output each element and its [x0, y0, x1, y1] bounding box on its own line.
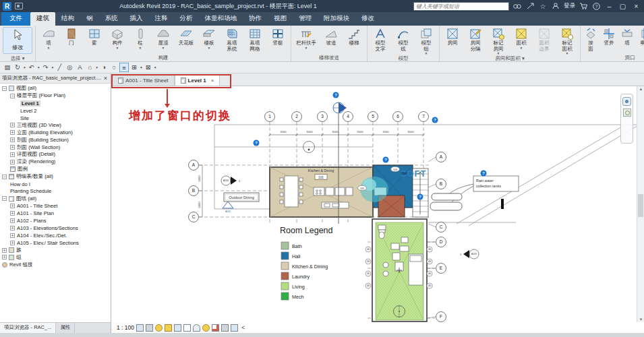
revit-logo-icon[interactable]: R — [3, 2, 11, 11]
tab-file[interactable]: 文件 — [1, 12, 30, 26]
measure-icon[interactable]: ╱ — [55, 63, 64, 72]
select-group-label[interactable]: 选择 ▾ — [1, 55, 34, 62]
view-tab-level-1[interactable]: Level 1× — [175, 75, 221, 86]
view-scale[interactable]: 1 : 100 — [117, 324, 134, 331]
mullion-button[interactable]: 竖梃 — [266, 26, 289, 47]
tab-manage[interactable]: 管理 — [293, 12, 318, 26]
zoom-tool-icon[interactable] — [623, 109, 631, 117]
reveal-hidden-elements-icon[interactable] — [202, 324, 210, 332]
room-area-group-label[interactable]: 房间和面积 ▾ — [441, 55, 579, 62]
tree-item-how-do-i[interactable]: How do I — [0, 181, 111, 188]
tree-item-views[interactable]: 视图 (all) — [0, 85, 111, 92]
sync-icon[interactable]: ↻ — [13, 63, 22, 72]
help-icon[interactable]: ? — [591, 2, 601, 11]
ramp-button[interactable]: 坡道 — [320, 26, 343, 47]
tag-area-button[interactable]: 标记面积▾ — [556, 26, 579, 55]
tree-item-building-elevation[interactable]: 立面 (Building Elevation) — [0, 129, 111, 136]
close-view-tab-icon[interactable]: × — [211, 78, 214, 84]
thin-lines-icon[interactable]: ≡ — [119, 63, 129, 72]
tree-item-a001[interactable]: A001 - Title Sheet — [0, 202, 111, 210]
tree-item-rendering[interactable]: 渲染 (Rendering) — [0, 158, 111, 166]
crop-view-icon[interactable] — [174, 324, 181, 332]
show-crop-region-icon[interactable] — [183, 324, 191, 332]
room-separator-button[interactable]: 房间分隔 — [464, 26, 487, 52]
tree-item-level-1[interactable]: Level 1 — [0, 100, 111, 107]
tree-item-detail[interactable]: 详图视图 (Detail) — [0, 151, 111, 158]
expand-view-bar-icon[interactable]: < — [241, 324, 245, 331]
tree-item-floor-plans[interactable]: 楼层平面 (Floor Plan) — [0, 92, 111, 100]
navigation-bar[interactable] — [620, 94, 633, 144]
tree-item-a101[interactable]: A101 - Site Plan — [0, 210, 111, 217]
temporary-view-properties-icon[interactable] — [212, 324, 219, 332]
tab-steel[interactable]: 钢 — [80, 12, 99, 26]
tree-item-groups[interactable]: 组 — [0, 253, 111, 261]
modify-button[interactable]: 修改 — [3, 27, 32, 54]
tree-item-a104[interactable]: A104 - Elev./Sec./Det. — [0, 232, 111, 239]
tree-item-building-section[interactable]: 剖面 (Building Section) — [0, 136, 111, 144]
tree-item-legends[interactable]: 图例 — [0, 166, 111, 173]
redo-icon[interactable]: ↷ — [41, 63, 51, 72]
tab-properties[interactable]: 属性 — [56, 323, 75, 333]
switch-windows-icon[interactable] — [15, 3, 23, 9]
search-binoculars-icon[interactable] — [513, 2, 522, 11]
component-button[interactable]: 构件▾ — [106, 26, 129, 49]
minimize-button[interactable]: – — [604, 3, 614, 10]
close-panel-icon[interactable]: × — [103, 75, 109, 82]
tree-item-families[interactable]: 族 — [0, 247, 111, 254]
shadows-icon[interactable] — [165, 324, 172, 332]
default-3d-view-icon[interactable]: ⌂ — [85, 63, 94, 72]
room-button[interactable]: 房间 — [441, 26, 464, 47]
scroll-down-icon[interactable]: ▼ — [637, 317, 644, 321]
displaced-elements-icon[interactable] — [231, 324, 238, 332]
render-icon[interactable]: ○ — [109, 63, 119, 72]
model-line-button[interactable]: 模型线 — [392, 26, 415, 52]
detail-level-icon[interactable] — [136, 324, 144, 332]
worksharing-display-icon[interactable] — [221, 324, 229, 332]
tab-massing-site[interactable]: 体量和场地 — [199, 12, 243, 26]
tree-item-a105[interactable]: A105 - Elev./ Stair Sections — [0, 239, 111, 247]
shaft-button[interactable]: 竖井 — [599, 26, 618, 47]
tree-item-a102[interactable]: A102 - Plans — [0, 217, 111, 224]
sign-in-button[interactable]: 登录 — [564, 2, 575, 10]
vertical-scrollbar[interactable]: ▲ ▼ — [637, 86, 644, 322]
tree-item-sheets[interactable]: 图纸 (all) — [0, 195, 111, 202]
drawing-area[interactable]: A001 - Title Sheet Level 1× 增加了窗口的切换 — [111, 73, 644, 333]
customize-qat-icon[interactable]: ▾ — [154, 65, 156, 69]
tab-addins[interactable]: 附加模块 — [318, 12, 355, 26]
opening-by-face-button[interactable]: 按面 — [582, 26, 599, 52]
tab-insert[interactable]: 插入 — [124, 12, 149, 26]
tree-item-planting-schedule[interactable]: Planting Schedule — [0, 187, 111, 195]
project-browser-header[interactable]: 项目浏览器 - RAC_basic_sample_project.... × — [0, 73, 111, 84]
help-search-input[interactable] — [413, 2, 509, 11]
text-icon[interactable]: A — [75, 63, 84, 72]
column-button[interactable]: 柱▾ — [129, 26, 152, 49]
model-group-button[interactable]: 模型组▾ — [415, 26, 438, 55]
favorites-star-icon[interactable]: ☆ — [538, 2, 548, 11]
sun-path-icon[interactable] — [155, 324, 163, 332]
tag-icon[interactable]: ◎ — [65, 63, 74, 72]
close-button[interactable]: × — [631, 3, 641, 10]
close-hidden-windows-icon[interactable]: ⊠ — [144, 63, 153, 72]
switch-windows-qat-icon[interactable]: ⊞ — [129, 63, 139, 72]
tree-item-schedules[interactable]: 明细表/数量 (all) — [0, 173, 111, 181]
window-button[interactable]: 窗 — [83, 26, 106, 47]
floor-button[interactable]: 楼板▾ — [198, 26, 221, 49]
area-button[interactable]: 面积▾ — [510, 26, 533, 49]
temporary-hide-isolate-icon[interactable] — [193, 324, 200, 332]
stair-button[interactable]: 楼梯 — [343, 26, 365, 47]
tree-item-revit-links[interactable]: Revit 链接 — [0, 261, 111, 268]
view-tab-a001[interactable]: A001 - Title Sheet — [112, 75, 175, 86]
wall-button[interactable]: 墙▾ — [37, 26, 60, 49]
tab-structure[interactable]: 结构 — [55, 12, 80, 26]
ceiling-button[interactable]: 天花板 — [175, 26, 198, 47]
cart-icon[interactable] — [579, 2, 588, 11]
door-button[interactable]: 门 — [60, 26, 83, 47]
tab-analyze[interactable]: 分析 — [174, 12, 199, 26]
tab-modify[interactable]: 修改 — [355, 12, 380, 26]
tree-item-a103[interactable]: A103 - Elevations/Sections — [0, 224, 111, 232]
scrollbar-thumb[interactable] — [638, 194, 643, 217]
tree-item-wall-section[interactable]: 剖面 (Wall Section) — [0, 144, 111, 151]
wall-opening-button[interactable]: 墙 — [618, 26, 636, 47]
tree-item-level-2[interactable]: Level 2 — [0, 107, 111, 115]
section-icon[interactable]: ◑ — [99, 63, 109, 72]
